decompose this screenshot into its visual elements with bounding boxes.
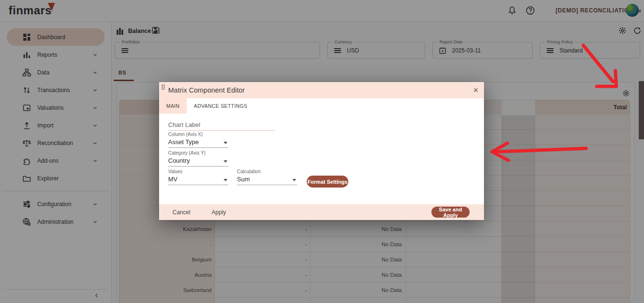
select-value: Sum xyxy=(237,176,250,183)
column-axis-x-label: Column (Axis X) xyxy=(168,132,203,137)
category-axis-y-label: Category (Axis Y) xyxy=(168,150,205,156)
chart-label-input[interactable] xyxy=(168,119,275,131)
tab-main[interactable]: MAIN xyxy=(159,98,187,114)
category-axis-y-select[interactable]: Country xyxy=(168,156,228,167)
drag-handle-icon[interactable] xyxy=(161,84,166,92)
caret-down-icon xyxy=(224,160,227,163)
caret-down-icon xyxy=(224,179,227,181)
tab-advance-settings[interactable]: ADVANCE SETTINGS xyxy=(187,98,255,114)
select-value: Asset Type xyxy=(168,138,199,146)
dialog-tabs: MAIN ADVANCE SETTINGS xyxy=(159,98,484,114)
dialog-title: Matrix Component Editor xyxy=(168,86,245,94)
dialog-body: Column (Axis X) Asset Type Category (Axi… xyxy=(159,114,484,204)
values-label: Values xyxy=(168,169,182,174)
close-icon[interactable]: × xyxy=(473,84,478,96)
format-settings-button[interactable]: Format Settings xyxy=(307,176,348,188)
column-axis-x-select[interactable]: Asset Type xyxy=(168,137,228,148)
dialog-titlebar: Matrix Component Editor × xyxy=(159,82,484,98)
calculation-select[interactable]: Sum xyxy=(237,175,297,185)
save-and-apply-button[interactable]: Save and Apply xyxy=(431,207,470,218)
values-select[interactable]: MV xyxy=(168,175,228,185)
select-value: MV xyxy=(168,176,178,183)
select-value: Country xyxy=(168,157,190,164)
calculation-label: Calculation xyxy=(237,169,260,174)
dialog-footer: Cancel Apply Save and Apply xyxy=(159,204,484,220)
matrix-component-editor-dialog: Matrix Component Editor × MAIN ADVANCE S… xyxy=(159,82,484,220)
cancel-button[interactable]: Cancel xyxy=(172,204,190,220)
caret-down-icon xyxy=(224,142,227,144)
caret-down-icon xyxy=(292,179,296,181)
apply-button[interactable]: Apply xyxy=(212,204,226,220)
